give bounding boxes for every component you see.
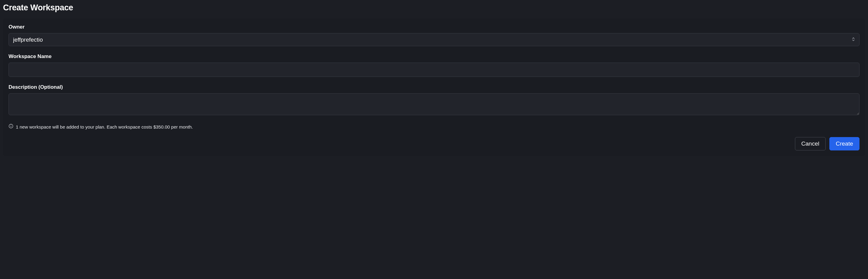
info-icon <box>8 124 13 130</box>
description-label: Description (Optional) <box>8 84 860 90</box>
description-group: Description (Optional) <box>8 84 860 116</box>
cancel-button[interactable]: Cancel <box>795 137 826 150</box>
workspace-name-label: Workspace Name <box>8 54 860 60</box>
info-row: 1 new workspace will be added to your pl… <box>8 124 860 130</box>
info-text: 1 new workspace will be added to your pl… <box>16 124 193 130</box>
workspace-name-group: Workspace Name <box>8 54 860 77</box>
owner-group: Owner jeffprefectio <box>8 24 860 46</box>
page-title: Create Workspace <box>3 3 865 12</box>
create-button[interactable]: Create <box>829 137 860 150</box>
owner-label: Owner <box>8 24 860 30</box>
description-textarea[interactable] <box>8 93 860 115</box>
owner-select-wrap: jeffprefectio <box>8 33 860 46</box>
owner-select[interactable]: jeffprefectio <box>8 33 860 46</box>
create-workspace-form: Owner jeffprefectio Workspace Name Descr… <box>3 19 865 156</box>
svg-point-2 <box>11 125 11 125</box>
workspace-name-input[interactable] <box>8 63 860 77</box>
button-row: Cancel Create <box>8 137 860 150</box>
